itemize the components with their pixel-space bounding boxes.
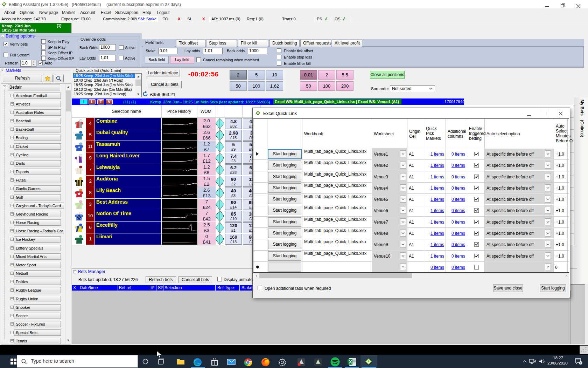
svg-text:1: 1 <box>580 361 582 365</box>
